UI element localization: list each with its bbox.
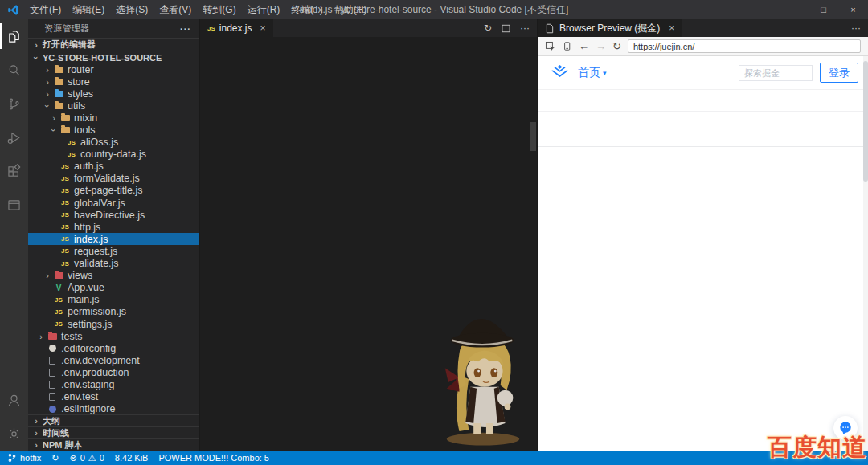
tree-item[interactable]: ›store xyxy=(28,75,199,88)
home-menu[interactable]: 首页 ▾ xyxy=(578,66,607,80)
device-toolbar-icon[interactable] xyxy=(562,41,572,51)
tree-item[interactable]: ›mixin xyxy=(28,112,199,124)
activitybar-extensions[interactable] xyxy=(0,154,28,188)
chevron-collapsed-icon: › xyxy=(31,416,41,426)
activitybar-settings[interactable] xyxy=(0,417,28,451)
menu-item[interactable]: 编辑(E) xyxy=(67,3,110,17)
sidebar-section-时间线[interactable]: ›时间线 xyxy=(28,426,199,438)
tree-item[interactable]: JSindex.js xyxy=(28,233,199,245)
tree-item[interactable]: JSformValidate.js xyxy=(28,173,199,185)
branch-name: hotfix xyxy=(20,453,41,463)
tree-item[interactable]: JSmain.js xyxy=(28,294,199,306)
tree-item[interactable]: .eslintignore xyxy=(28,403,199,414)
js-icon: JS xyxy=(59,175,72,182)
js-icon: JS xyxy=(59,187,72,194)
tab-browser-preview[interactable]: Browser Preview (掘金) × xyxy=(538,19,682,37)
url-input[interactable] xyxy=(628,39,861,53)
site-search-input[interactable] xyxy=(739,65,813,81)
login-button[interactable]: 登录 xyxy=(820,63,858,83)
menu-item[interactable]: 查看(V) xyxy=(154,3,197,17)
minimize-icon[interactable]: ─ xyxy=(779,0,809,19)
sync-status-icon[interactable]: ↻ xyxy=(51,453,59,463)
tree-item[interactable]: VApp.vue xyxy=(28,282,199,294)
warning-count: 0 xyxy=(100,453,104,463)
preview-panel-actions: ··· xyxy=(851,19,868,37)
tree-item[interactable]: ›tests xyxy=(28,330,199,342)
problems-status[interactable]: ⊗ 0 ⚠ 0 xyxy=(70,453,104,463)
power-mode-status[interactable]: POWER MODE!!! Combo: 5 xyxy=(158,453,269,463)
tree-item[interactable]: ›router xyxy=(28,63,199,75)
sidebar-more-icon[interactable]: ··· xyxy=(180,24,191,34)
tree-item[interactable]: JScountry-data.js xyxy=(28,149,199,161)
open-editors-section[interactable]: › 打开的编辑器 xyxy=(28,38,199,51)
tree-item[interactable]: JSaliOss.js xyxy=(28,137,199,149)
activitybar-explorer[interactable] xyxy=(0,19,28,53)
juejin-site: 首页 ▾ 登录 xyxy=(538,56,868,451)
tree-item[interactable]: ›styles xyxy=(28,88,199,100)
editor-scrollbar[interactable] xyxy=(530,122,536,151)
sidebar-section-NPM 脚本[interactable]: ›NPM 脚本 xyxy=(28,438,199,451)
vscode-logo-icon xyxy=(7,4,19,16)
activitybar-browser-preview[interactable] xyxy=(0,188,28,222)
tab-index-js[interactable]: JS index.js × xyxy=(200,19,273,37)
file-label: tools xyxy=(74,124,95,136)
menu-item[interactable]: 文件(F) xyxy=(24,3,67,17)
project-root-section[interactable]: › YC-STORE-HOTEL-SOURCE xyxy=(28,51,199,63)
file-icon xyxy=(46,369,59,377)
site-scrollbar-thumb[interactable] xyxy=(863,61,868,182)
forward-icon[interactable]: → xyxy=(596,41,606,51)
activitybar-search[interactable] xyxy=(0,53,28,87)
tree-item[interactable]: JSvalidate.js xyxy=(28,258,199,270)
preview-more-icon[interactable]: ··· xyxy=(851,22,861,34)
menu-item[interactable]: 转到(G) xyxy=(197,3,241,17)
tree-item[interactable]: ›utils xyxy=(28,100,199,112)
tree-item[interactable]: JSauth.js xyxy=(28,161,199,173)
file-label: http.js xyxy=(74,222,100,233)
juejin-logo-icon[interactable] xyxy=(549,64,571,82)
tree-item[interactable]: JShttp.js xyxy=(28,221,199,233)
sync-changes-icon[interactable]: ↻ xyxy=(484,22,492,34)
tree-item[interactable]: .env.test xyxy=(28,391,199,403)
activitybar-run-debug[interactable] xyxy=(0,120,28,154)
maximize-icon[interactable]: □ xyxy=(809,0,838,19)
tree-item[interactable]: ›views xyxy=(28,270,199,282)
tree-item[interactable]: JSglobalVar.js xyxy=(28,197,199,209)
preview-tab-close-icon[interactable]: × xyxy=(669,22,674,34)
activitybar-account[interactable] xyxy=(0,383,28,417)
tree-item[interactable]: JSget-page-title.js xyxy=(28,185,199,197)
sidebar-section-大纲[interactable]: ›大纲 xyxy=(28,414,199,426)
file-label: main.js xyxy=(68,294,100,305)
activitybar-source-control[interactable] xyxy=(0,87,28,120)
settings-icon xyxy=(6,426,23,443)
sidebar-header: 资源管理器 ··· xyxy=(28,19,199,38)
menu-item[interactable]: 选择(S) xyxy=(110,3,154,17)
tree-item[interactable]: .env.production xyxy=(28,366,199,378)
tab-close-icon[interactable]: × xyxy=(260,22,265,34)
js-icon: JS xyxy=(59,260,72,267)
activity-bar-bottom xyxy=(0,383,28,451)
inspect-element-icon[interactable] xyxy=(545,41,555,51)
tree-item[interactable]: JShaveDirective.js xyxy=(28,209,199,221)
chevron-collapsed-icon: › xyxy=(43,77,52,87)
git-branch-status[interactable]: hotfix xyxy=(7,453,41,463)
site-scrollbar[interactable] xyxy=(863,56,868,451)
config-icon xyxy=(46,345,59,352)
menu-item[interactable]: 运行(R) xyxy=(242,3,286,17)
close-icon[interactable]: × xyxy=(838,0,868,19)
more-actions-icon[interactable]: ··· xyxy=(520,22,530,34)
warning-icon: ⚠ xyxy=(88,453,96,463)
tree-item[interactable]: JSsettings.js xyxy=(28,318,199,330)
browser-toolbar: ← → ↻ xyxy=(538,37,868,56)
browser-preview-panel: Browser Preview (掘金) × ··· ← → ↻ xyxy=(537,19,868,451)
tree-item[interactable]: ›tools xyxy=(28,124,199,136)
file-size-status[interactable]: 8.42 KiB xyxy=(115,453,149,463)
back-icon[interactable]: ← xyxy=(579,41,589,51)
site-header: 首页 ▾ 登录 xyxy=(538,56,868,90)
tree-item[interactable]: .env.development xyxy=(28,354,199,366)
tree-item[interactable]: JSrequest.js xyxy=(28,245,199,257)
tree-item[interactable]: JSpermission.js xyxy=(28,306,199,318)
reload-icon[interactable]: ↻ xyxy=(612,41,621,51)
tree-item[interactable]: .editorconfig xyxy=(28,342,199,354)
split-editor-icon[interactable] xyxy=(501,23,511,34)
tree-item[interactable]: .env.staging xyxy=(28,378,199,390)
